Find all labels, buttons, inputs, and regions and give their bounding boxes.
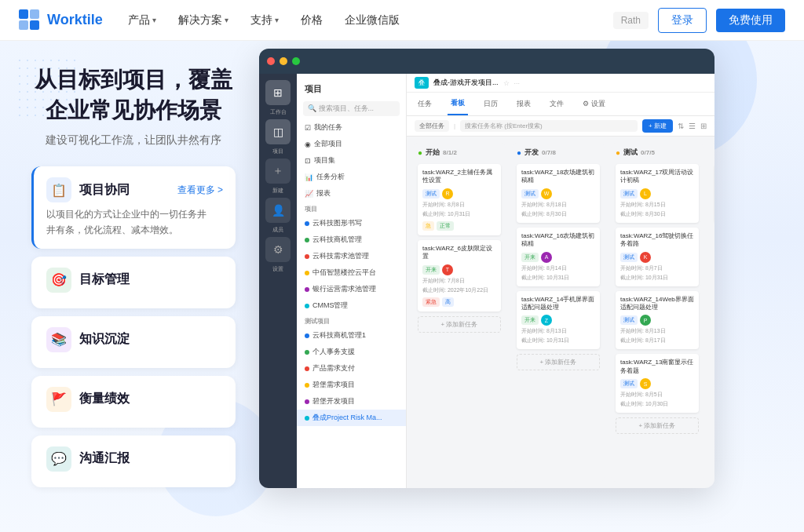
sort-icon[interactable]: ⇅ [678, 122, 684, 130]
free-trial-button[interactable]: 免费使用 [716, 9, 785, 32]
nav-test-3[interactable]: 产品需求支付 [297, 360, 406, 377]
nav-solutions[interactable]: 解决方案 ▾ [178, 13, 228, 27]
logo[interactable]: Worktile [19, 9, 103, 31]
col-name-dev: 开发 [524, 148, 539, 158]
project-icon: 📋 [46, 177, 71, 202]
filter-icon[interactable]: ☰ [689, 122, 696, 130]
card-title: task:WARZ_14Web界界面适配问题处理 [620, 296, 694, 312]
kanban-card[interactable]: task:WARZ_14Web界界面适配问题处理 测试P 开始时间: 8月13日… [616, 291, 699, 350]
tab-settings[interactable]: ⚙ 设置 [579, 93, 608, 115]
kanban-card[interactable]: task:WARZ_18农场建筑初稿精 测试W 开始时间: 8月18日 截止时间… [517, 164, 600, 223]
kanban-card[interactable]: task:WARZ_14手机屏界面适配问题处理 开来Z 开始时间: 8月13日 … [517, 291, 600, 350]
nav-project-3[interactable]: 云科技需求池管理 [297, 248, 406, 264]
nav-project-6[interactable]: CMMS管理 [297, 297, 406, 314]
sidebar-settings-btn[interactable]: ⚙ [265, 237, 291, 262]
tab-files[interactable]: 文件 [546, 93, 567, 115]
nav-test-4[interactable]: 碧堡需求项目 [297, 377, 406, 393]
status-tag: 测试 [620, 379, 638, 388]
feature-card-report[interactable]: 💬 沟通汇报 [31, 435, 236, 487]
chevron-down-icon: ▾ [225, 16, 228, 24]
nav-support[interactable]: 支持 ▾ [250, 13, 279, 27]
priority-tag: 正常 [437, 221, 454, 231]
nav-project-5[interactable]: 银行运营需求池管理 [297, 281, 406, 297]
nav-right: Rath 登录 免费使用 [613, 8, 785, 33]
nav-project-2[interactable]: 云科技商机管理 [297, 231, 406, 248]
nav-project-4[interactable]: 中佰智慧楼控云平台 [297, 264, 406, 281]
nav-project-1[interactable]: 云科技图形书写 [297, 215, 406, 231]
kanban-card[interactable]: task:WARZ_17双周活动设计初稿 测试L 开始时间: 8月15日 截止时… [616, 164, 699, 223]
app-main: 叠 叠成-游戏开发项目... ☆ ··· 任务 看板 日历 报表 文件 ⚙ 设置 [407, 74, 714, 488]
sidebar-new-btn[interactable]: ＋ [265, 159, 291, 184]
feature-title-knowledge: 知识沉淀 [79, 331, 130, 348]
status-tag: 测试 [620, 189, 638, 199]
kanban-card[interactable]: task:WARZ_2主辅任务属性设置 测试R 开始时间: 8月8日 截止时间:… [418, 164, 501, 235]
nav-panel-title: 项目 [297, 80, 406, 98]
feature-card-goal[interactable]: 🎯 目标管理 [31, 257, 236, 308]
add-task-btn-dev[interactable]: + 添加新任务 [517, 354, 600, 370]
filter-all[interactable]: 全部任务 [415, 120, 449, 132]
nav-my-tasks[interactable]: ☑ 我的任务 [297, 119, 406, 136]
card-title: task:WARZ_13南窗显示任务着题 [620, 359, 694, 375]
app-tabs: 任务 看板 日历 报表 文件 ⚙ 设置 [407, 93, 714, 116]
kanban-card[interactable]: task:WARZ_16农场建筑初稿精 开来A 开始时间: 8月14日 截止时间… [517, 228, 600, 286]
home-icon: ⊞ [273, 86, 283, 99]
card-meta: 测试S 开始时间: 8月5日 截止时间: 10月30日 [620, 378, 694, 408]
sidebar-workspace-btn[interactable]: ⊞ [265, 80, 291, 105]
feature-title-goal: 目标管理 [79, 271, 130, 288]
chevron-down-icon: ▾ [275, 16, 279, 24]
add-task-btn-start[interactable]: + 添加新任务 [418, 316, 501, 333]
tab-report[interactable]: 报表 [513, 93, 534, 115]
tab-kanban[interactable]: 看板 [448, 93, 468, 115]
add-task-btn-test[interactable]: + 添加新任务 [616, 417, 699, 434]
kanban-card[interactable]: task:WARZ_6皮肤限定设置 开来T 开始时间: 7月8日 截止时间: 2… [418, 240, 501, 312]
search-tasks[interactable]: 搜索任务名称 (按Enter搜索) [460, 120, 638, 132]
nav-project-set[interactable]: ⊡ 项目集 [297, 152, 406, 169]
kanban-card[interactable]: task:WARZ_13南窗显示任务着题 测试S 开始时间: 8月5日 截止时间… [616, 354, 699, 413]
svg-rect-0 [19, 9, 28, 19]
status-tag: 测试 [422, 189, 440, 199]
new-task-button[interactable]: + 新建 [642, 119, 673, 133]
feature-link-project[interactable]: 查看更多 > [177, 184, 223, 197]
plus-icon: ＋ [272, 164, 283, 178]
nav-wechat[interactable]: 企业微信版 [345, 13, 400, 27]
status-tag: 开来 [422, 265, 440, 275]
feature-card-project[interactable]: 📋 项目协同 查看更多 > 以项目化的方式让企业中的一切任务井井有条，优化流程、… [31, 166, 236, 248]
kanban-card[interactable]: task:WARZ_16驾驶切换任务着路 测试K 开始时间: 8月7日 截止时间… [616, 228, 699, 286]
feature-card-performance[interactable]: 🚩 衡量绩效 [31, 376, 236, 428]
svg-rect-3 [30, 20, 39, 30]
avatar: T [442, 264, 453, 275]
login-button[interactable]: 登录 [658, 8, 707, 33]
feature-card-knowledge[interactable]: 📚 知识沉淀 [31, 316, 236, 368]
nav-test-2[interactable]: 个人事务支援 [297, 344, 406, 360]
member-icon: 👤 [272, 204, 285, 217]
nav-report[interactable]: 📈 报表 [297, 185, 406, 202]
nav-search[interactable]: 🔍 搜索项目、任务... [303, 101, 400, 116]
sidebar-member-btn[interactable]: 👤 [265, 198, 291, 223]
set-icon: ⊡ [305, 157, 311, 165]
analysis-icon: 📊 [305, 173, 313, 181]
feature-desc-project: 以项目化的方式让企业中的一切任务井井有条，优化流程、减本增效。 [46, 207, 223, 237]
tab-calendar[interactable]: 日历 [481, 93, 501, 115]
project-name: 叠成-游戏开发项目... [433, 78, 499, 88]
kanban-board: ● 开始 8/1/2 task:WARZ_2主辅任务属性设置 测试R 开始时间:… [407, 137, 714, 488]
sidebar-project-btn[interactable]: ◫ [265, 119, 291, 144]
nav-task-analysis[interactable]: 📊 任务分析 [297, 169, 406, 185]
nav-all-projects[interactable]: ◉ 全部项目 [297, 136, 406, 152]
report-icon: 💬 [46, 446, 71, 472]
nav-test-5[interactable]: 碧堡开发项目 [297, 393, 406, 410]
tasks-icon: ☑ [305, 124, 311, 132]
tab-tasks[interactable]: 任务 [415, 93, 435, 115]
navbar: Worktile 产品 ▾ 解决方案 ▾ 支持 ▾ 价格 企业微信版 Rath … [0, 0, 804, 41]
nav-product[interactable]: 产品 ▾ [128, 13, 156, 27]
avatar: W [541, 188, 552, 199]
view-icon[interactable]: ⊞ [700, 122, 707, 130]
report-nav-icon: 📈 [305, 190, 313, 198]
col-count-start: 8/1/2 [443, 149, 457, 156]
nav-test-6[interactable]: 叠成Project Risk Ma... [297, 410, 406, 426]
nav-pricing[interactable]: 价格 [301, 13, 323, 27]
goal-icon: 🎯 [46, 268, 71, 293]
feature-title-performance: 衡量绩效 [79, 391, 130, 407]
gear-icon: ⚙ [273, 243, 283, 256]
nav-test-1[interactable]: 云科技商机管理1 [297, 327, 406, 344]
card-meta: 测试K 开始时间: 8月7日 截止时间: 10月31日 [620, 252, 694, 282]
